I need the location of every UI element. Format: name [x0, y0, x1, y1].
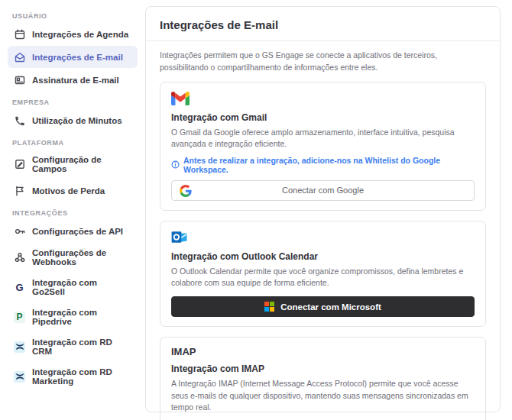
microsoft-logo-icon	[264, 302, 274, 312]
sidebar-item-label: Motivos de Perda	[32, 186, 105, 195]
sidebar-item-label: Configurações de API	[32, 227, 123, 236]
pipedrive-logo: P	[14, 312, 25, 323]
whitelist-link-text: Antes de realizar a integração, adicione…	[183, 156, 475, 174]
connect-google-button[interactable]: Conectar com Google	[171, 180, 475, 201]
connect-microsoft-label: Conectar com Microsoft	[280, 302, 381, 312]
sidebar-item-integracao-rd-marketing[interactable]: Integração com RD Marketing	[8, 362, 138, 391]
imap-heading: IMAP	[171, 346, 475, 357]
sidebar-item-label: Integração com Go2Sell	[32, 278, 131, 296]
outlook-icon	[171, 230, 475, 245]
whitelist-link[interactable]: Antes de realizar a integração, adicione…	[171, 156, 475, 174]
sidebar-section-empresa: Empresa	[12, 99, 141, 106]
sidebar-item-label: Integrações de E-mail	[32, 53, 123, 62]
connect-google-label: Conectar com Google	[282, 186, 364, 195]
imap-card-description: A Integração IMAP (Internet Message Acce…	[171, 378, 475, 413]
imap-card-title: Integração com IMAP	[171, 363, 475, 374]
sidebar-item-integracao-go2sell[interactable]: G Integração com Go2Sell	[8, 273, 138, 302]
key-icon	[14, 225, 25, 237]
rd-station-logo	[14, 371, 25, 383]
sidebar-item-assinatura-email[interactable]: Assinatura de E-mail	[8, 69, 138, 91]
sidebar-item-motivos-perda[interactable]: Motivos de Perda	[8, 179, 138, 202]
calendar-icon	[14, 28, 25, 40]
sidebar-item-configuracoes-api[interactable]: Configurações de API	[8, 220, 138, 242]
sidebar-item-integracoes-email[interactable]: Integrações de E-mail	[8, 46, 138, 68]
sidebar-item-integracoes-agenda[interactable]: Integrações de Agenda	[8, 23, 138, 45]
webhook-icon	[14, 252, 25, 263]
panel-header: Integrações de E-mail	[146, 7, 500, 41]
phone-icon	[14, 115, 25, 126]
google-g-icon	[180, 185, 192, 197]
email-integrations-panel: Integrações de E-mail Integrações permit…	[145, 6, 501, 412]
flag-icon	[14, 185, 25, 196]
info-icon	[171, 160, 180, 169]
sidebar-item-configuracao-campos[interactable]: Configuração de Campos	[8, 150, 138, 179]
outlook-card-title: Integração com Outlook Calendar	[171, 251, 475, 262]
sidebar-item-label: Integração com RD CRM	[32, 338, 131, 356]
panel-description: Integrações permitem que o GS Engage se …	[146, 41, 500, 82]
sidebar-item-integracao-pipedrive[interactable]: P Integração com Pipedrive	[8, 302, 138, 331]
page-title: Integrações de E-mail	[160, 18, 486, 31]
rd-station-logo	[14, 341, 25, 353]
sidebar-item-label: Integrações de Agenda	[32, 30, 128, 39]
main-content: Integrações de E-mail Integrações permit…	[145, 0, 512, 420]
sidebar-section-integracoes: Integrações	[12, 209, 141, 217]
field-edit-icon	[14, 159, 25, 170]
gmail-card-title: Integração com Gmail	[171, 112, 475, 123]
sidebar-item-label: Utilização de Minutos	[32, 116, 122, 125]
signature-image-icon	[14, 74, 25, 86]
imap-integration-card: IMAP Integração com IMAP A Integração IM…	[160, 337, 486, 420]
sidebar-section-plataforma: Plataforma	[12, 139, 141, 147]
settings-sidebar: Usuário Integrações de Agenda Integraçõe…	[0, 0, 145, 420]
sidebar-item-integracao-rd-crm[interactable]: Integração com RD CRM	[8, 332, 138, 361]
envelope-open-icon	[14, 51, 25, 63]
app-window: Usuário Integrações de Agenda Integraçõe…	[0, 0, 512, 420]
sidebar-item-configuracoes-webhooks[interactable]: Configurações de Webhooks	[8, 243, 138, 272]
gmail-integration-card: Integração com Gmail O Gmail da Google o…	[160, 82, 486, 211]
sidebar-item-label: Integração com Pipedrive	[32, 308, 131, 326]
sidebar-item-label: Assinatura de E-mail	[32, 76, 119, 85]
sidebar-item-label: Integração com RD Marketing	[32, 367, 131, 386]
outlook-card-description: O Outlook Calendar permite que você orga…	[171, 266, 475, 289]
go2sell-logo: G	[14, 282, 25, 293]
sidebar-section-usuario: Usuário	[12, 12, 141, 20]
gmail-card-description: O Gmail da Google oferece amplo armazena…	[171, 127, 475, 150]
connect-microsoft-button[interactable]: Conectar com Microsoft	[171, 296, 475, 317]
outlook-integration-card: Integração com Outlook Calendar O Outloo…	[160, 221, 486, 327]
sidebar-item-label: Configuração de Campos	[32, 155, 131, 173]
sidebar-item-label: Configurações de Webhooks	[32, 248, 131, 267]
gmail-icon	[171, 91, 475, 106]
sidebar-item-utilizacao-minutos[interactable]: Utilização de Minutos	[8, 109, 138, 131]
